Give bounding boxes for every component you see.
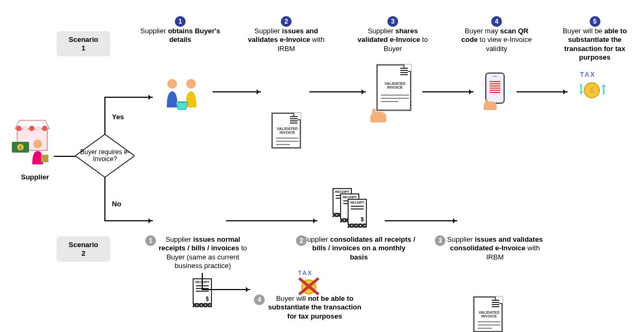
svg-marker-17 [580, 91, 583, 95]
s1-text-1: Supplier obtains Buyer's details [140, 27, 221, 45]
svg-marker-18 [601, 84, 606, 87]
supplier-label: Supplier [16, 173, 54, 181]
svg-rect-5 [42, 126, 47, 131]
s1-step3: 3 Supplier shares validated e-Invoice to… [352, 16, 433, 53]
scenario-2-label: Scenario 2 [69, 241, 98, 257]
connector-yes-vert [104, 97, 105, 134]
s1-text-5: Buyer will be able to substantiate the t… [553, 27, 636, 62]
svg-rect-1 [16, 126, 22, 131]
s2-step2: 2 Supplier consolidates all receipts / b… [302, 235, 415, 262]
yes-label: Yes [112, 113, 124, 121]
s1-text-4: Buyer may scan QR code to view e-Invoice… [456, 27, 537, 53]
decision-diamond: Buyer requires e-Invoice? [75, 134, 135, 177]
s1-step2: 2 Supplier issues and validates e-Invoic… [243, 16, 329, 53]
s2-step1: 1 Supplier issues normal receipts / bill… [152, 235, 254, 270]
receipt-label-c: RECEIPT [349, 201, 366, 204]
connector-yes-horz [104, 97, 131, 98]
arrow-yes [131, 97, 153, 98]
svg-rect-2 [23, 126, 28, 131]
tax-text: TAX [580, 71, 610, 78]
tax-text-2: TAX [298, 270, 323, 276]
connector-s2-down [202, 273, 203, 289]
s2-step3: 3 Supplier issues and validates consolid… [441, 235, 549, 262]
tax-coin-icon: TAX $ [580, 71, 610, 102]
connector-no-horz [104, 220, 131, 221]
validated-invoice-icon-2: VALIDATED INVOICE [473, 297, 503, 332]
s1-step1: 1 Supplier obtains Buyer's details [140, 16, 221, 45]
s1-badge-2: 2 [281, 16, 292, 27]
s2-badge-3: 3 [435, 235, 445, 246]
doc-label-3: VALIDATED INVOICE [478, 311, 500, 319]
s2-text-4: Buyer will not be able to substantiate t… [264, 294, 366, 321]
s2-step4: 4 Buyer will not be able to substantiate… [264, 294, 366, 321]
s2-text-2: Supplier consolidates all receipts / bil… [302, 235, 415, 262]
validated-invoice-shared-icon: VALIDATED INVOICE [377, 64, 411, 111]
scenario-2-tag: Scenario 2 [56, 236, 110, 262]
arrow-s2-1-2 [226, 220, 317, 221]
arrow-no [131, 220, 153, 221]
s1-badge-1: 1 [175, 16, 186, 27]
svg-rect-4 [36, 126, 41, 131]
doc-label-2: VALIDATED INVOICE [381, 82, 409, 90]
doc-label: VALIDATED INVOICE [276, 127, 299, 135]
s2-text-3: Supplier issues and validates consolidat… [441, 235, 549, 262]
phone-qr-icon [485, 73, 505, 104]
s1-step4: 4 Buyer may scan QR code to view e-Invoi… [456, 16, 537, 53]
s2-text-1: Supplier issues normal receipts / bills … [152, 235, 254, 270]
s1-text-2: Supplier issues and validates e-Invoice … [243, 27, 329, 53]
scenario-1-tag: Scenario 1 [56, 31, 110, 56]
arrow-s1-1-2 [213, 91, 261, 92]
no-label: No [112, 200, 121, 208]
s1-step5: 5 Buyer will be able to substantiate the… [553, 16, 636, 62]
s2-badge-4: 4 [254, 294, 265, 305]
people-exchange-icon [159, 75, 207, 114]
svg-point-9 [33, 140, 42, 148]
svg-point-13 [186, 79, 196, 89]
connector-supplier-decision [54, 156, 75, 157]
svg-text:$: $ [590, 86, 594, 95]
scenario-1-label: Scenario 1 [69, 35, 98, 52]
decision-text: Buyer requires e-Invoice? [75, 149, 135, 163]
connector-s2-horz [202, 289, 229, 290]
connector-no-vert [104, 177, 105, 220]
s1-badge-3: 3 [387, 16, 398, 27]
supplier-icon: $ [11, 116, 54, 166]
s1-badge-5: 5 [590, 16, 600, 27]
s2-badge-1: 1 [145, 235, 156, 246]
svg-rect-10 [41, 155, 48, 162]
s1-text-3: Supplier shares validated e-Invoice to B… [352, 27, 433, 53]
svg-rect-3 [29, 126, 34, 131]
s2-badge-2: 2 [296, 235, 307, 246]
arrow-s1-2-3 [309, 91, 366, 92]
arrow-s1-3-4 [422, 91, 473, 92]
arrow-s2-1-4 [229, 289, 250, 290]
validated-invoice-icon-1: VALIDATED INVOICE [272, 113, 301, 148]
arrow-s1-4-5 [516, 91, 568, 92]
arrow-s2-2-3 [385, 220, 457, 221]
svg-point-12 [167, 79, 177, 89]
s1-badge-4: 4 [491, 16, 502, 27]
svg-text:$: $ [19, 145, 22, 150]
